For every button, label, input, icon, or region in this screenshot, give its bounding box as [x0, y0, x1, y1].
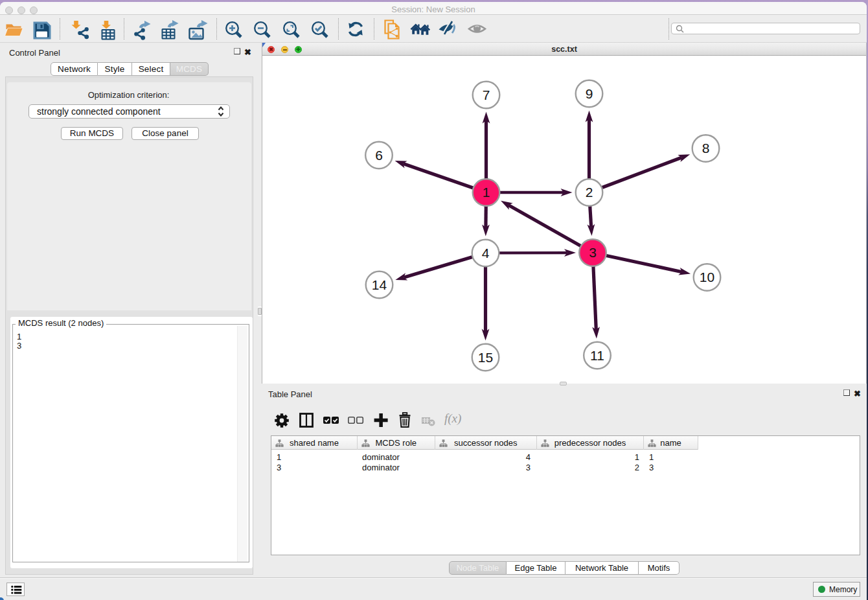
svg-text:3: 3 — [589, 245, 597, 260]
svg-text:10: 10 — [700, 270, 714, 284]
svg-text:4: 4 — [482, 246, 490, 260]
svg-text:15: 15 — [478, 350, 493, 365]
svg-text:8: 8 — [702, 141, 710, 156]
svg-text:7: 7 — [483, 87, 490, 102]
svg-text:14: 14 — [372, 277, 387, 292]
svg-text:6: 6 — [375, 148, 383, 163]
svg-text:9: 9 — [586, 86, 593, 101]
svg-text:2: 2 — [586, 185, 593, 200]
svg-text:1: 1 — [483, 185, 490, 200]
svg-text:11: 11 — [590, 348, 604, 363]
